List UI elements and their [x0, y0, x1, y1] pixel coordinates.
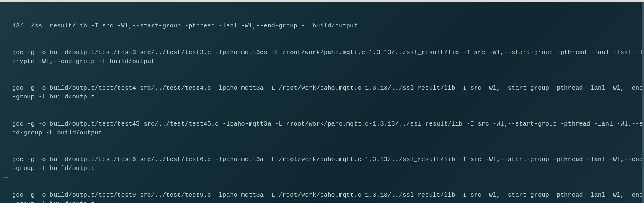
left-margin-marker: --	[3, 174, 9, 180]
output-line: gcc -g -o build/output/test/test6 src/..…	[12, 155, 644, 173]
output-line: gcc -g -o build/output/test/test9 src/..…	[12, 191, 644, 203]
scrollbar[interactable]	[642, 2, 644, 203]
terminal-output[interactable]: 13/../ssl_result/lib -I src -Wl,--start-…	[12, 4, 644, 203]
output-line: 13/../ssl_result/lib -I src -Wl,--start-…	[12, 22, 644, 31]
output-line: gcc -g -o build/output/test/test3 src/..…	[12, 48, 644, 66]
output-line: gcc -g -o build/output/test/test4 src/..…	[12, 84, 644, 102]
output-line: gcc -g -o build/output/test/test45 src/.…	[12, 120, 644, 138]
window-top-edge	[0, 0, 644, 2]
